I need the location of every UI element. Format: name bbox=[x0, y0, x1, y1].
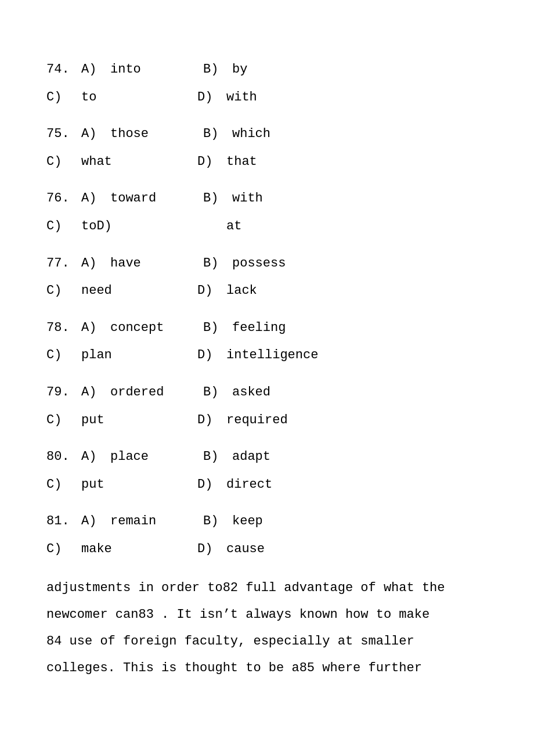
q77-a-text: have bbox=[110, 252, 203, 275]
q75-a-text: those bbox=[110, 123, 203, 146]
q81-c-text: make bbox=[81, 538, 197, 561]
content-area: 74. A) into B) by C) to D) with 75. A) t… bbox=[46, 58, 488, 682]
question-76-cd: C) toD) at bbox=[46, 215, 488, 238]
q78-c-label: C) bbox=[46, 344, 81, 367]
question-79-cd: C) put D) required bbox=[46, 409, 488, 432]
q75-b-text: which bbox=[232, 123, 325, 146]
q80-c-text: put bbox=[81, 473, 197, 496]
question-77-ab: 77. A) have B) possess bbox=[46, 252, 488, 275]
q74-d-text: with bbox=[226, 86, 319, 109]
q79-number: 79. bbox=[46, 381, 81, 404]
q76-c-label: C) bbox=[46, 215, 81, 238]
q80-number: 80. bbox=[46, 445, 81, 469]
q80-b-text: adapt bbox=[232, 445, 325, 469]
q81-d-label: D) bbox=[197, 538, 226, 561]
para-line-1: adjustments in order to82 full advantage… bbox=[46, 575, 488, 602]
q74-a-label: A) bbox=[81, 58, 110, 81]
q80-c-label: C) bbox=[46, 473, 81, 496]
q77-a-label: A) bbox=[81, 252, 110, 275]
question-79-ab: 79. A) ordered B) asked bbox=[46, 381, 488, 404]
q78-a-text: concept bbox=[110, 316, 203, 340]
paragraph-section: adjustments in order to82 full advantage… bbox=[46, 575, 488, 682]
q79-a-label: A) bbox=[81, 381, 110, 404]
q76-c-text: toD) bbox=[81, 215, 197, 238]
q75-number: 75. bbox=[46, 123, 81, 146]
q76-d-text: at bbox=[226, 215, 319, 238]
q79-c-label: C) bbox=[46, 409, 81, 432]
para-line-2: newcomer can83 . It isn’t always known h… bbox=[46, 602, 488, 628]
para-line-3: 84 use of foreign faculty, especially at… bbox=[46, 628, 488, 655]
question-81-ab: 81. A) remain B) keep bbox=[46, 510, 488, 533]
question-76-ab: 76. A) toward B) with bbox=[46, 187, 488, 210]
q78-number: 78. bbox=[46, 316, 81, 340]
q79-c-text: put bbox=[81, 409, 197, 432]
q76-a-label: A) bbox=[81, 187, 110, 210]
question-81-cd: C) make D) cause bbox=[46, 538, 488, 561]
q74-b-text: by bbox=[232, 58, 325, 81]
q80-a-label: A) bbox=[81, 445, 110, 469]
q81-a-text: remain bbox=[110, 510, 203, 533]
q77-d-label: D) bbox=[197, 279, 226, 303]
q80-b-label: B) bbox=[203, 445, 232, 469]
question-80-ab: 80. A) place B) adapt bbox=[46, 445, 488, 469]
q79-a-text: ordered bbox=[110, 381, 203, 404]
q79-b-label: B) bbox=[203, 381, 232, 404]
q76-a-text: toward bbox=[110, 187, 203, 210]
q78-c-text: plan bbox=[81, 344, 197, 367]
question-78-cd: C) plan D) intelligence bbox=[46, 344, 488, 367]
q77-b-label: B) bbox=[203, 252, 232, 275]
q74-b-label: B) bbox=[203, 58, 232, 81]
q75-d-text: that bbox=[226, 150, 319, 174]
q81-a-label: A) bbox=[81, 510, 110, 533]
q75-b-label: B) bbox=[203, 123, 232, 146]
q78-d-text: intelligence bbox=[226, 344, 319, 367]
question-77-cd: C) need D) lack bbox=[46, 279, 488, 303]
q80-a-text: place bbox=[110, 445, 203, 469]
q81-d-text: cause bbox=[226, 538, 319, 561]
q78-b-label: B) bbox=[203, 316, 232, 340]
question-78-ab: 78. A) concept B) feeling bbox=[46, 316, 488, 340]
q74-number: 74. bbox=[46, 58, 81, 81]
q77-b-text: possess bbox=[232, 252, 325, 275]
q77-d-text: lack bbox=[226, 279, 319, 303]
q81-number: 81. bbox=[46, 510, 81, 533]
q80-d-label: D) bbox=[197, 473, 226, 496]
q78-b-text: feeling bbox=[232, 316, 325, 340]
q75-d-label: D) bbox=[197, 150, 226, 174]
q79-d-label: D) bbox=[197, 409, 226, 432]
q76-b-label: B) bbox=[203, 187, 232, 210]
q74-d-label: D) bbox=[197, 86, 226, 109]
para-line-4: colleges. This is thought to be a85 wher… bbox=[46, 655, 488, 682]
q78-d-label: D) bbox=[197, 344, 226, 367]
q75-c-label: C) bbox=[46, 150, 81, 174]
q76-b-text: with bbox=[232, 187, 325, 210]
q80-d-text: direct bbox=[226, 473, 319, 496]
q77-number: 77. bbox=[46, 252, 81, 275]
q81-c-label: C) bbox=[46, 538, 81, 561]
question-80-cd: C) put D) direct bbox=[46, 473, 488, 496]
q79-b-text: asked bbox=[232, 381, 325, 404]
q75-a-label: A) bbox=[81, 123, 110, 146]
question-75-ab: 75. A) those B) which bbox=[46, 123, 488, 146]
question-74-cd: C) to D) with bbox=[46, 86, 488, 109]
q74-a-text: into bbox=[110, 58, 203, 81]
q79-d-text: required bbox=[226, 409, 319, 432]
q75-c-text: what bbox=[81, 150, 197, 174]
question-75-cd: C) what D) that bbox=[46, 150, 488, 174]
q74-c-label: C) bbox=[46, 86, 81, 109]
question-74-ab: 74. A) into B) by bbox=[46, 58, 488, 81]
q77-c-text: need bbox=[81, 279, 197, 303]
q77-c-label: C) bbox=[46, 279, 81, 303]
q74-c-text: to bbox=[81, 86, 197, 109]
q81-b-label: B) bbox=[203, 510, 232, 533]
q78-a-label: A) bbox=[81, 316, 110, 340]
q76-number: 76. bbox=[46, 187, 81, 210]
q81-b-text: keep bbox=[232, 510, 325, 533]
